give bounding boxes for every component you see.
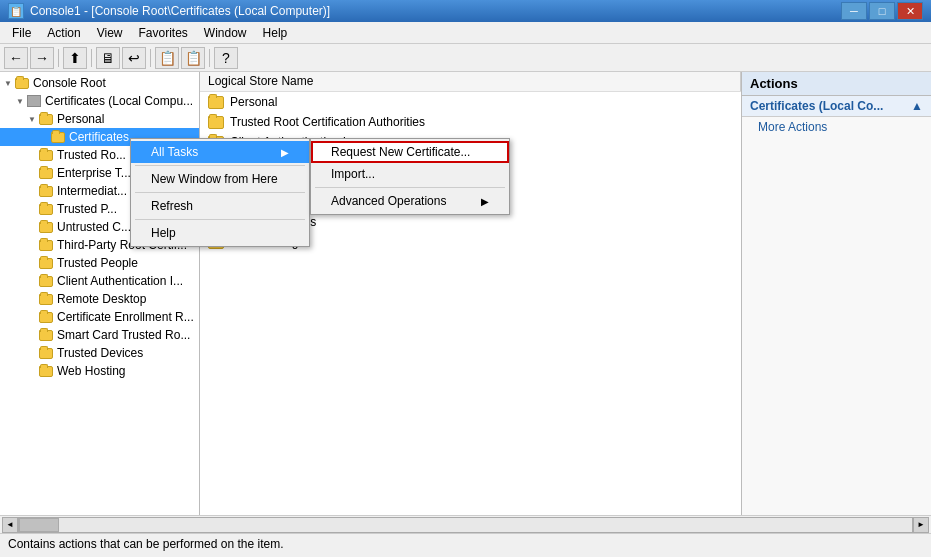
menu-view[interactable]: View [89, 24, 131, 42]
scroll-left-button[interactable]: ◄ [2, 517, 18, 533]
export-button[interactable]: 📋 [155, 47, 179, 69]
ctx-item-label: All Tasks [151, 145, 198, 159]
folder-icon [38, 202, 54, 216]
expand-arrow [26, 275, 38, 287]
tree-item-web-hosting[interactable]: Web Hosting [0, 362, 199, 380]
folder-icon [208, 96, 224, 109]
maximize-button[interactable]: □ [869, 2, 895, 20]
up-button[interactable]: ⬆ [63, 47, 87, 69]
list-item-personal[interactable]: Personal [200, 92, 741, 112]
title-controls[interactable]: ─ □ ✕ [841, 2, 923, 20]
submenu-arrow-icon: ▶ [281, 147, 289, 158]
tree-item-smart-card[interactable]: Smart Card Trusted Ro... [0, 326, 199, 344]
actions-section-label: Certificates (Local Co... [750, 99, 883, 113]
ctx-item-all-tasks[interactable]: All Tasks ▶ [131, 141, 309, 163]
status-bar: Contains actions that can be performed o… [0, 533, 931, 553]
minimize-button[interactable]: ─ [841, 2, 867, 20]
tree-label: Certificate Enrollment R... [57, 310, 194, 324]
tree-label: Client Authentication I... [57, 274, 183, 288]
tree-item-remote-desktop[interactable]: Remote Desktop [0, 290, 199, 308]
tree-item-certificates-local[interactable]: ▼ Certificates (Local Compu... [0, 92, 199, 110]
item-label: Trusted Root Certification Authorities [230, 115, 425, 129]
ctx-item-help[interactable]: Help [131, 222, 309, 244]
menu-favorites[interactable]: Favorites [131, 24, 196, 42]
ctx-item-label: New Window from Here [151, 172, 278, 186]
more-actions-link[interactable]: More Actions [742, 117, 931, 137]
tree-label: Web Hosting [57, 364, 125, 378]
actions-header: Actions [742, 72, 931, 96]
status-text: Contains actions that can be performed o… [8, 537, 284, 551]
tree-label: Trusted Ro... [57, 148, 126, 162]
folder-icon [14, 76, 30, 90]
menu-file[interactable]: File [4, 24, 39, 42]
ctx-separator-1 [135, 165, 305, 166]
submenu-item-advanced-ops[interactable]: Advanced Operations ▶ [311, 190, 509, 212]
list-item-trusted-root-ca[interactable]: Trusted Root Certification Authorities [200, 112, 741, 132]
expand-arrow [38, 131, 50, 143]
menu-help[interactable]: Help [255, 24, 296, 42]
tree-label: Trusted Devices [57, 346, 143, 360]
back-button[interactable]: ← [4, 47, 28, 69]
toolbar-sep-2 [91, 49, 92, 67]
submenu-all-tasks[interactable]: Request New Certificate... Import... Adv… [310, 138, 510, 215]
folder-icon [38, 346, 54, 360]
folder-icon [38, 274, 54, 288]
folder-icon [38, 256, 54, 270]
expand-arrow: ▼ [14, 95, 26, 107]
scroll-thumb[interactable] [19, 518, 59, 532]
refresh-button[interactable]: ↩ [122, 47, 146, 69]
tree-label: Trusted P... [57, 202, 117, 216]
tree-label: Remote Desktop [57, 292, 146, 306]
tree-label: Enterprise T... [57, 166, 131, 180]
ctx-item-new-window[interactable]: New Window from Here [131, 168, 309, 190]
tree-item-cert-enrollment[interactable]: Certificate Enrollment R... [0, 308, 199, 326]
context-menu[interactable]: All Tasks ▶ New Window from Here Refresh… [130, 138, 310, 247]
expand-arrow [26, 203, 38, 215]
folder-icon [38, 328, 54, 342]
toolbar-sep-4 [209, 49, 210, 67]
tree-item-trusted-people[interactable]: Trusted People [0, 254, 199, 272]
content-header: Logical Store Name [200, 72, 741, 92]
menu-window[interactable]: Window [196, 24, 255, 42]
ctx-item-label: Refresh [151, 199, 193, 213]
folder-icon [50, 130, 66, 144]
tree-label: Trusted People [57, 256, 138, 270]
app-icon: 📋 [8, 3, 24, 19]
submenu-arrow-icon: ▶ [481, 196, 489, 207]
actions-scroll-up-icon[interactable]: ▲ [911, 99, 923, 113]
forward-button[interactable]: → [30, 47, 54, 69]
close-button[interactable]: ✕ [897, 2, 923, 20]
folder-icon [38, 166, 54, 180]
toolbar: ← → ⬆ 🖥 ↩ 📋 📋 ? [0, 44, 931, 72]
computer-icon [26, 94, 42, 108]
expand-arrow [26, 365, 38, 377]
menu-action[interactable]: Action [39, 24, 88, 42]
submenu-item-label: Request New Certificate... [331, 145, 470, 159]
submenu-item-label: Import... [331, 167, 375, 181]
toolbar-sep-3 [150, 49, 151, 67]
title-bar: 📋 Console1 - [Console Root\Certificates … [0, 0, 931, 22]
scroll-track[interactable] [18, 517, 913, 533]
expand-arrow [26, 239, 38, 251]
expand-arrow: ▼ [2, 77, 14, 89]
import-button[interactable]: 📋 [181, 47, 205, 69]
folder-icon [38, 184, 54, 198]
title-bar-left: 📋 Console1 - [Console Root\Certificates … [8, 3, 330, 19]
tree-label: Personal [57, 112, 104, 126]
submenu-item-import[interactable]: Import... [311, 163, 509, 185]
folder-icon [38, 310, 54, 324]
submenu-sep [315, 187, 505, 188]
folder-icon [38, 292, 54, 306]
submenu-item-request-new-cert[interactable]: Request New Certificate... [311, 141, 509, 163]
tree-label: Intermediat... [57, 184, 127, 198]
tree-item-personal[interactable]: ▼ Personal [0, 110, 199, 128]
tree-item-client-auth[interactable]: Client Authentication I... [0, 272, 199, 290]
tree-item-console-root[interactable]: ▼ Console Root [0, 74, 199, 92]
help-button[interactable]: ? [214, 47, 238, 69]
tree-item-trusted-devices[interactable]: Trusted Devices [0, 344, 199, 362]
ctx-item-refresh[interactable]: Refresh [131, 195, 309, 217]
show-hide-button[interactable]: 🖥 [96, 47, 120, 69]
scroll-right-button[interactable]: ► [913, 517, 929, 533]
tree-label: Smart Card Trusted Ro... [57, 328, 190, 342]
folder-icon [208, 116, 224, 129]
